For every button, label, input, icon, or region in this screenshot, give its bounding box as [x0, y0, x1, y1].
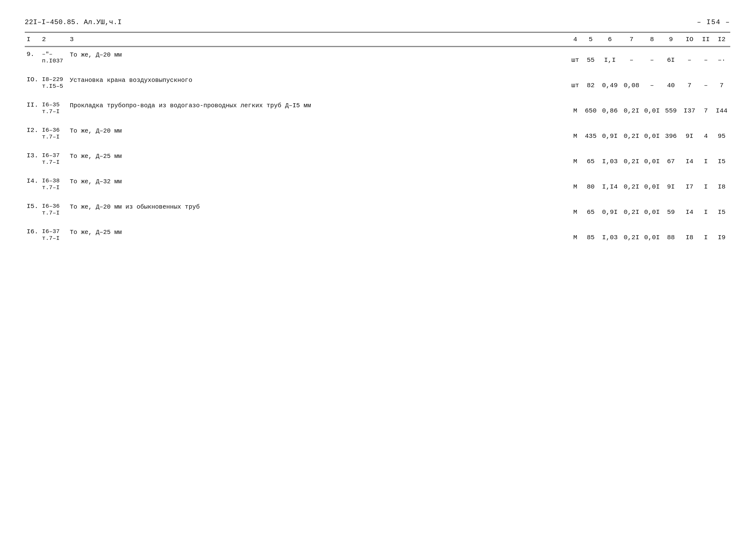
row-num: I5.: [25, 199, 40, 219]
row-col6: 0,9I: [599, 123, 621, 143]
row-col10: I8: [680, 224, 699, 244]
row-desc: То же, Д–20 мм: [68, 47, 568, 67]
table-row: I6. I6–37т.7–I То же, Д–25 мм М 85 I,03 …: [25, 224, 730, 244]
row-col9: 9I: [662, 174, 680, 194]
row-col12: I9: [713, 224, 730, 244]
table-row: II. I6–35т.7–I Прокладка трубопро-вода и…: [25, 98, 730, 117]
column-headers: I 2 3 4 5 6 7 8 9 IO II I2: [25, 33, 730, 47]
row-col7: 0,2I: [621, 98, 642, 117]
row-col8: 0,0I: [642, 199, 662, 219]
row-col7: 0,2I: [621, 148, 642, 168]
row-col11: 7: [699, 98, 713, 117]
col-header-1: I: [25, 33, 40, 47]
row-col8: 0,0I: [642, 174, 662, 194]
row-col6: I,I: [599, 47, 621, 67]
row-col5: 65: [582, 148, 599, 168]
row-col7: 0,2I: [621, 224, 642, 244]
row-desc: То же, Д–20 мм: [68, 123, 568, 143]
row-col5: 82: [582, 72, 599, 92]
row-col6: I,I4: [599, 174, 621, 194]
row-col8: 0,0I: [642, 123, 662, 143]
row-desc: То же, Д–25 мм: [68, 148, 568, 168]
row-col12: I44: [713, 98, 730, 117]
table-row: I4. I6–38т.7–I То же, Д–32 мм М 80 I,I4 …: [25, 174, 730, 194]
row-col7: 0,2I: [621, 123, 642, 143]
row-desc: То же, Д–25 мм: [68, 224, 568, 244]
row-col11: I: [699, 174, 713, 194]
table-row: IO. I8–229т.I5–5 Установка крана воздухо…: [25, 72, 730, 92]
row-desc: Прокладка трубопро-вода из водогазо-пров…: [68, 98, 568, 117]
row-spacer: [25, 219, 730, 224]
row-desc: То же, Д–32 мм: [68, 174, 568, 194]
row-col9: 88: [662, 224, 680, 244]
row-col8: 0,0I: [642, 224, 662, 244]
row-ref: I6–36т.7–I: [40, 123, 68, 143]
row-col12: –·: [713, 47, 730, 67]
row-col9: 67: [662, 148, 680, 168]
row-col5: 650: [582, 98, 599, 117]
row-col6: 0,86: [599, 98, 621, 117]
row-col11: I: [699, 199, 713, 219]
col-header-2: 2: [40, 33, 68, 47]
row-col5: 55: [582, 47, 599, 67]
row-ref: I6–37т.7–I: [40, 224, 68, 244]
header-center: – I54 –: [697, 19, 730, 26]
row-col7: –: [621, 47, 642, 67]
row-col9: 559: [662, 98, 680, 117]
row-col6: 0,9I: [599, 199, 621, 219]
col-header-10: IO: [680, 33, 699, 47]
row-col10: I37: [680, 98, 699, 117]
row-col10: 7: [680, 72, 699, 92]
row-spacer: [25, 92, 730, 98]
row-col10: –: [680, 47, 699, 67]
row-col9: 6I: [662, 47, 680, 67]
row-unit: шт: [568, 47, 582, 67]
row-num: I6.: [25, 224, 40, 244]
col-header-7: 7: [621, 33, 642, 47]
row-unit: М: [568, 98, 582, 117]
row-col9: 59: [662, 199, 680, 219]
col-header-4: 4: [568, 33, 582, 47]
row-col10: I4: [680, 148, 699, 168]
row-col8: 0,0I: [642, 98, 662, 117]
row-col12: I8: [713, 174, 730, 194]
row-unit: М: [568, 123, 582, 143]
row-col11: –: [699, 47, 713, 67]
row-num: 9.: [25, 47, 40, 67]
col-header-11: II: [699, 33, 713, 47]
table-row: I3. I6–37т.7–I То же, Д–25 мм М 65 I,03 …: [25, 148, 730, 168]
table-row: 9. –"–п.I037 То же, Д–20 мм шт 55 I,I – …: [25, 47, 730, 67]
row-col5: 65: [582, 199, 599, 219]
col-header-6: 6: [599, 33, 621, 47]
row-col5: 85: [582, 224, 599, 244]
row-num: I4.: [25, 174, 40, 194]
row-col10: I4: [680, 199, 699, 219]
row-col11: 4: [699, 123, 713, 143]
row-spacer: [25, 67, 730, 72]
main-table: I 2 3 4 5 6 7 8 9 IO II I2 9. –"–п.I037 …: [25, 32, 730, 244]
row-num: IO.: [25, 72, 40, 92]
row-ref: I8–229т.I5–5: [40, 72, 68, 92]
row-col12: I5: [713, 148, 730, 168]
row-ref: I6–37т.7–I: [40, 148, 68, 168]
row-unit: М: [568, 174, 582, 194]
row-col7: 0,2I: [621, 199, 642, 219]
row-spacer: [25, 143, 730, 148]
table-row: I5. I6–36т.7–I То же, Д–20 мм из обыкнов…: [25, 199, 730, 219]
row-col11: I: [699, 148, 713, 168]
row-col10: 9I: [680, 123, 699, 143]
row-spacer: [25, 168, 730, 174]
row-col5: 435: [582, 123, 599, 143]
col-header-8: 8: [642, 33, 662, 47]
row-col9: 40: [662, 72, 680, 92]
row-col7: 0,2I: [621, 174, 642, 194]
row-num: I2.: [25, 123, 40, 143]
row-spacer: [25, 117, 730, 123]
row-col5: 80: [582, 174, 599, 194]
row-col11: –: [699, 72, 713, 92]
row-spacer: [25, 194, 730, 199]
row-num: II.: [25, 98, 40, 117]
row-col6: I,03: [599, 224, 621, 244]
row-unit: М: [568, 148, 582, 168]
row-col6: 0,49: [599, 72, 621, 92]
